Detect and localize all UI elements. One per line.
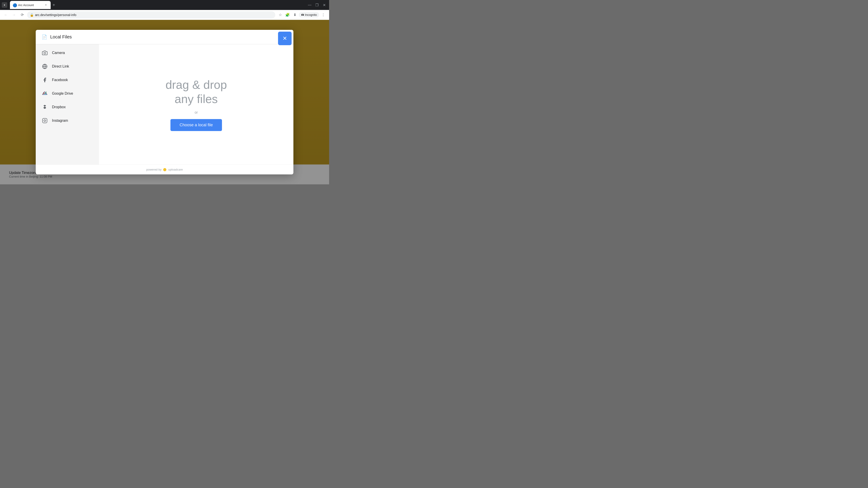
tab-title: Arc Account [18, 3, 42, 7]
facebook-icon [41, 76, 49, 84]
sidebar-item-dropbox[interactable]: Dropbox [36, 100, 99, 114]
tab-group-button[interactable]: ▾ [2, 2, 7, 8]
modal-body: Camera Direct Link [36, 44, 293, 164]
incognito-badge: 🕶 Incognito [299, 12, 319, 18]
browser-chrome: ▾ 🔵 Arc Account × + — ❐ ✕ [0, 0, 329, 10]
url-text: arc.dev/settings/personal-info [35, 13, 76, 17]
sidebar-item-facebook-label: Facebook [52, 78, 68, 82]
window-controls: — ❐ ✕ [307, 2, 327, 8]
sidebar-item-facebook[interactable]: Facebook [36, 73, 99, 87]
address-bar[interactable]: 🔒 arc.dev/settings/personal-info [27, 11, 275, 19]
svg-rect-6 [42, 119, 47, 123]
drop-text-line1: drag & drop [165, 78, 227, 92]
tab-bar: 🔵 Arc Account × + [10, 1, 305, 9]
modal-overlay: 📄 Local Files ✕ Camera [0, 20, 329, 184]
refresh-button[interactable]: ⟳ [19, 12, 25, 18]
active-tab[interactable]: 🔵 Arc Account × [10, 1, 51, 9]
sidebar-item-direct-link[interactable]: Direct Link [36, 60, 99, 73]
lock-icon: 🔒 [30, 13, 34, 17]
browser-controls: ▾ [2, 2, 8, 8]
direct-link-icon [41, 63, 49, 70]
sidebar-item-camera[interactable]: Camera [36, 46, 99, 60]
instagram-icon [41, 117, 49, 124]
incognito-label: Incognito [305, 13, 317, 17]
tab-favicon: 🔵 [13, 3, 16, 7]
extensions-button[interactable]: 🧩 [284, 12, 291, 18]
drop-text: drag & drop any files [165, 78, 227, 106]
modal-title: Local Files [50, 34, 72, 39]
close-window-button[interactable]: ✕ [321, 2, 327, 8]
sidebar-item-dropbox-label: Dropbox [52, 105, 66, 109]
drop-text-line2: any files [165, 92, 227, 106]
uploadcare-logo-dot [163, 168, 166, 171]
modal-title-icon: 📄 [41, 34, 48, 40]
uploadcare-brand-name: uploadcare [168, 168, 183, 171]
or-separator: or [195, 110, 198, 115]
bookmark-button[interactable]: ☆ [277, 12, 283, 18]
modal-close-button[interactable]: ✕ [278, 32, 291, 45]
menu-button[interactable]: ⋮ [320, 12, 327, 18]
forward-button[interactable]: → [11, 12, 17, 18]
toolbar-icons: ☆ 🧩 ⬇ 🕶 Incognito ⋮ [277, 12, 327, 18]
sidebar-item-camera-label: Camera [52, 51, 65, 55]
google-drive-icon [41, 90, 49, 97]
svg-point-0 [44, 52, 46, 54]
camera-icon [41, 49, 49, 57]
back-button[interactable]: ← [3, 12, 9, 18]
sidebar-item-google-drive-label: Google Drive [52, 92, 73, 96]
tab-close-button[interactable]: × [44, 3, 48, 7]
sidebar-item-google-drive[interactable]: Google Drive [36, 87, 99, 100]
maximize-button[interactable]: ❐ [314, 2, 320, 8]
modal-sidebar: Camera Direct Link [36, 44, 99, 164]
modal-header: 📄 Local Files ✕ [36, 30, 293, 44]
new-tab-button[interactable]: + [51, 2, 57, 8]
address-bar-row: ← → ⟳ 🔒 arc.dev/settings/personal-info ☆… [0, 10, 329, 20]
powered-by-text: powered by [146, 168, 161, 171]
sidebar-item-instagram-label: Instagram [52, 119, 68, 123]
modal-footer: powered by uploadcare [36, 164, 293, 174]
modal-main-content[interactable]: drag & drop any files or Choose a local … [99, 44, 293, 164]
choose-file-button[interactable]: Choose a local file [170, 119, 222, 131]
dropbox-icon [41, 103, 49, 111]
sidebar-item-instagram[interactable]: Instagram [36, 114, 99, 127]
download-button[interactable]: ⬇ [291, 12, 298, 18]
upload-modal: 📄 Local Files ✕ Camera [36, 30, 293, 174]
minimize-button[interactable]: — [307, 2, 313, 8]
sidebar-item-direct-link-label: Direct Link [52, 64, 69, 68]
incognito-icon: 🕶 [301, 13, 304, 17]
